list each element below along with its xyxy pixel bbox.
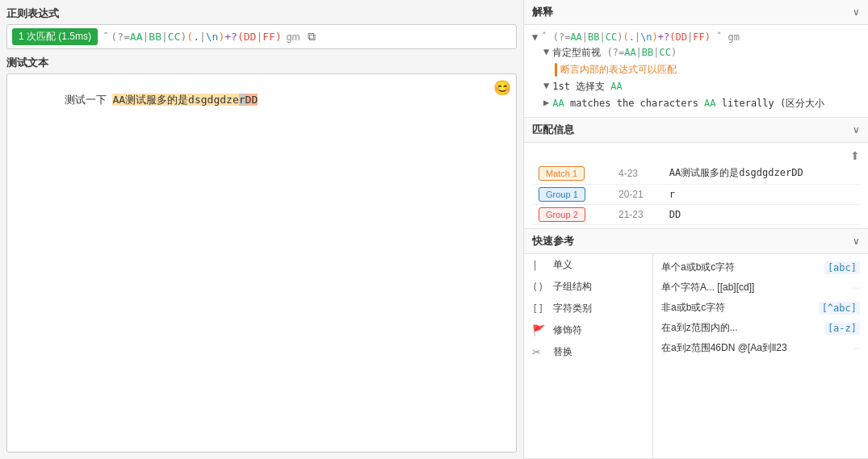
qr-right-code-2: [^abc] bbox=[819, 302, 860, 315]
explain-arrow-3: ▼ bbox=[543, 80, 549, 91]
qr-right-item-4[interactable]: 在a到z范围46DN @[Aa到ll23 bbox=[653, 338, 868, 358]
regex-lookahead-bb: BB bbox=[149, 31, 161, 43]
el1-p2: | bbox=[653, 47, 659, 58]
group2-value: DD bbox=[663, 205, 860, 225]
qr-sym-charclass: [] bbox=[532, 303, 548, 315]
qr-sym-alternation: | bbox=[532, 260, 548, 271]
explain-qa: ?= bbox=[559, 31, 570, 43]
regex-group-open: ( bbox=[187, 31, 193, 43]
explain-row-3: ▼ 1st 选择支 AA bbox=[532, 78, 860, 95]
explain-qt: +? bbox=[658, 31, 669, 43]
qr-item-substitute[interactable]: ✂ 替换 bbox=[524, 341, 652, 363]
regex-section: 正则表达式 1 次匹配 (1.5ms) ˆ (?=AA|BB|CC)(.|\n)… bbox=[6, 6, 517, 49]
qr-right-item-2[interactable]: 非a或b或c字符 [^abc] bbox=[653, 298, 868, 318]
explain-bb: BB bbox=[588, 31, 599, 43]
el3-aa: AA bbox=[610, 81, 622, 92]
explain-bar bbox=[555, 63, 557, 77]
explain-arrow-1: ▼ bbox=[543, 46, 549, 57]
regex-section-title: 正则表达式 bbox=[6, 6, 517, 21]
explain-p1: | bbox=[582, 31, 588, 43]
test-textarea-wrapper: 测试一下 AA测试服多的是dsgdgdzerDD 测试一下 AA测试服多的是ds… bbox=[6, 73, 517, 453]
match1-pos: 4-23 bbox=[612, 162, 663, 185]
match1-label-cell: Match 1 bbox=[532, 162, 612, 185]
quick-ref-header[interactable]: 快速参考 ∨ bbox=[524, 229, 868, 254]
emoji-button[interactable]: 😊 bbox=[493, 79, 511, 97]
match-info-section: 匹配信息 ∨ ⬆ Match 1 4-23 AA测试服多的是dsgdgdzerD… bbox=[524, 118, 868, 229]
explain-lookahead: ( bbox=[553, 31, 559, 43]
explain-body: ▼ ˆ (?=AA|BB|CC)(.|\n)+?(DD|FF) ˆ gm ▼ 肯… bbox=[524, 25, 868, 117]
explain-ch1: ( bbox=[669, 31, 675, 43]
qr-right-item-3[interactable]: 在a到z范围内的... [a-z] bbox=[653, 318, 868, 338]
qr-right-desc-1: 单个字符A... [[ab][cd]] bbox=[661, 281, 754, 294]
qr-item-group[interactable]: () 子组结构 bbox=[524, 276, 652, 298]
qr-right-code-0: [abc] bbox=[824, 261, 860, 274]
quick-ref-title: 快速参考 bbox=[532, 234, 574, 248]
qr-right-desc-2: 非a或b或c字符 bbox=[661, 301, 725, 315]
group1-value: r bbox=[663, 185, 860, 205]
regex-choice-open: ( bbox=[237, 31, 244, 43]
explain-row-0: ▼ ˆ (?=AA|BB|CC)(.|\n)+?(DD|FF) ˆ gm bbox=[532, 30, 860, 44]
match-table: Match 1 4-23 AA测试服多的是dsgdgdzerDD Group 1… bbox=[532, 162, 860, 225]
match-copy-button[interactable]: ⬆ bbox=[850, 149, 860, 162]
test-section-title: 测试文本 bbox=[6, 56, 517, 70]
regex-pipe2: | bbox=[161, 31, 168, 43]
qr-right-code-1 bbox=[853, 287, 860, 289]
group2-label: Group 2 bbox=[539, 207, 585, 222]
el1-cc: CC bbox=[660, 47, 671, 58]
qr-right-item-1[interactable]: 单个字符A... [[ab][cd]] bbox=[653, 277, 868, 298]
explain-section-header[interactable]: 解释 ∨ bbox=[524, 0, 868, 25]
flag-icon: 🚩 bbox=[532, 324, 548, 336]
match-info-title: 匹配信息 bbox=[532, 123, 574, 137]
quick-ref-chevron-icon: ∨ bbox=[853, 236, 860, 247]
match1-label: Match 1 bbox=[539, 166, 585, 181]
table-row: Group 1 20-21 r bbox=[532, 185, 860, 205]
el4-aa: AA bbox=[552, 98, 564, 109]
explain-label-4: AA matches the characters AA literally (… bbox=[552, 97, 824, 111]
explain-gp2: ) bbox=[652, 31, 658, 43]
explain-bar-text: 断言内部的表达式可以匹配 bbox=[560, 63, 677, 77]
table-row: Match 1 4-23 AA测试服多的是dsgdgdzerDD bbox=[532, 162, 860, 185]
quick-ref-body: | 单义 () 子组结构 [] 字符类别 🚩 修饰符 ✂ 替换 bbox=[524, 254, 868, 458]
table-row: Group 2 21-23 DD bbox=[532, 205, 860, 225]
explain-p2: | bbox=[600, 31, 606, 43]
qr-label-group: 子组结构 bbox=[553, 280, 592, 294]
test-textarea[interactable]: 测试一下 AA测试服多的是dsgdgdzerDD bbox=[7, 74, 516, 452]
explain-indent-3 bbox=[532, 80, 543, 91]
regex-flags: gm bbox=[287, 31, 300, 43]
qr-right-item-0[interactable]: 单个a或b或c字符 [abc] bbox=[653, 257, 868, 277]
group2-label-cell: Group 2 bbox=[532, 205, 612, 225]
explain-cc: CC bbox=[606, 31, 617, 43]
group1-label: Group 1 bbox=[539, 187, 585, 202]
regex-lookahead-content: AA bbox=[130, 31, 143, 43]
explain-tok-gray: ˆ bbox=[541, 31, 552, 43]
explain-title: 解释 bbox=[532, 5, 553, 19]
qr-item-flags[interactable]: 🚩 修饰符 bbox=[524, 319, 652, 341]
explain-aa: AA bbox=[570, 31, 581, 43]
qr-label-charclass: 字符类别 bbox=[553, 302, 592, 315]
regex-dot: . bbox=[193, 31, 199, 43]
regex-lookahead-cc: CC bbox=[168, 31, 181, 43]
qr-item-charclass[interactable]: [] 字符类别 bbox=[524, 298, 652, 319]
el1-p1: | bbox=[636, 47, 642, 58]
explain-gp1: ( bbox=[623, 31, 628, 43]
regex-copy-button[interactable]: ⧉ bbox=[304, 28, 319, 45]
qr-right-desc-3: 在a到z范围内的... bbox=[661, 321, 738, 335]
match-info-header[interactable]: 匹配信息 ∨ bbox=[524, 118, 868, 143]
regex-pipe3: | bbox=[199, 31, 206, 43]
regex-delimiter-left: ˆ bbox=[104, 31, 107, 43]
explain-esn: \n bbox=[640, 31, 652, 43]
el1-cl: ) bbox=[671, 47, 677, 58]
regex-choice-close: ) bbox=[275, 31, 282, 43]
quick-ref-right: 单个a或b或c字符 [abc] 单个字符A... [[ab][cd]] 非a或b… bbox=[653, 254, 868, 458]
explain-label-1: 肯定型前视 (?=AA|BB|CC) bbox=[552, 46, 677, 60]
qr-right-desc-0: 单个a或b或c字符 bbox=[661, 261, 735, 274]
qr-right-code-4 bbox=[853, 348, 860, 349]
left-panel: 正则表达式 1 次匹配 (1.5ms) ˆ (?=AA|BB|CC)(.|\n)… bbox=[0, 0, 523, 459]
qr-item-alternation[interactable]: | 单义 bbox=[524, 254, 652, 276]
match-badge: 1 次匹配 (1.5ms) bbox=[12, 28, 98, 45]
regex-escape-n: \n bbox=[206, 31, 219, 43]
explain-gm: ˆ gm bbox=[711, 31, 740, 43]
regex-quant: +? bbox=[224, 31, 237, 43]
explain-dot2: . bbox=[629, 31, 635, 43]
group1-pos: 20-21 bbox=[612, 185, 663, 205]
